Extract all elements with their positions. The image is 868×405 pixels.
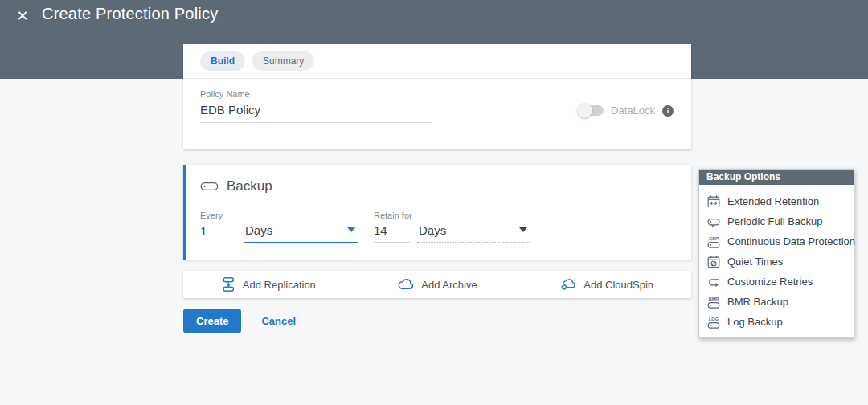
option-periodic-full-backup[interactable]: Periodic Full Backup <box>699 211 854 231</box>
backup-card: Backup Every Days Retain for Days <box>183 165 691 260</box>
cdp-icon: CDP <box>706 235 721 249</box>
replication-icon <box>220 276 236 292</box>
option-quiet-times[interactable]: Quiet Times <box>699 252 854 272</box>
cancel-button[interactable]: Cancel <box>261 315 296 327</box>
option-label: Log Backup <box>727 316 783 328</box>
quiet-times-icon <box>706 255 721 269</box>
datalock-toggle[interactable] <box>579 105 604 116</box>
tab-build[interactable]: Build <box>200 51 245 71</box>
policy-card: Build Summary Policy Name DataLock i <box>183 44 691 149</box>
add-archive-button[interactable]: Add Archive <box>353 271 522 298</box>
option-label: Customize Retries <box>727 276 813 288</box>
every-group: Every Days <box>200 211 358 243</box>
close-icon[interactable]: ✕ <box>13 6 32 26</box>
policy-name-section: Policy Name DataLock i <box>183 79 691 149</box>
chevron-down-icon <box>519 227 527 232</box>
cloudspin-icon <box>559 278 577 292</box>
backup-options-panel: Backup Options Extended Retention <box>698 169 854 338</box>
create-button[interactable]: Create <box>183 309 241 333</box>
option-label: Continuous Data Protection <box>727 235 855 248</box>
page-title: Create Protection Policy <box>42 5 218 23</box>
calendar-extend-icon <box>706 194 721 209</box>
option-bmr-backup[interactable]: BMR BMR Backup <box>699 292 854 312</box>
add-replication-label: Add Replication <box>243 279 316 291</box>
option-log-backup[interactable]: LOG Log Backup <box>699 312 854 332</box>
info-icon[interactable]: i <box>662 105 674 117</box>
retain-unit-value: Days <box>419 223 446 237</box>
backup-heading: Backup <box>186 165 691 194</box>
option-customize-retries[interactable]: Customize Retries <box>699 272 854 292</box>
full-backup-icon <box>706 215 721 229</box>
option-continuous-data-protection[interactable]: CDP Continuous Data Protection <box>699 231 854 252</box>
retain-unit-select[interactable]: Days <box>417 220 530 243</box>
datalock-group: DataLock i <box>579 104 674 117</box>
backup-options-title: Backup Options <box>699 170 854 185</box>
tab-summary[interactable]: Summary <box>252 51 314 71</box>
cloud-icon <box>397 278 415 291</box>
log-icon: LOG <box>706 315 721 329</box>
svg-text:LOG: LOG <box>709 317 719 321</box>
option-label: Extended Retention <box>727 195 819 207</box>
backup-fields: Every Days Retain for Days <box>186 211 691 243</box>
add-replication-button[interactable]: Add Replication <box>183 271 353 298</box>
every-unit-value: Days <box>245 223 272 237</box>
backup-options-list: Extended Retention Periodic Full Backup … <box>699 185 854 338</box>
every-value-input[interactable] <box>200 221 236 243</box>
create-protection-policy-dialog: ✕ Create Protection Policy Build Summary… <box>0 0 868 405</box>
retain-group: Retain for Days <box>374 211 530 243</box>
policy-name-input[interactable] <box>200 100 432 123</box>
add-archive-label: Add Archive <box>421 279 477 291</box>
backup-disk-icon <box>200 181 219 192</box>
every-unit-select[interactable]: Days <box>244 220 358 243</box>
tabs-row: Build Summary <box>183 44 691 79</box>
add-actions-row: Add Replication Add Archive Add CloudSpi… <box>183 271 691 298</box>
retain-value-input[interactable] <box>374 220 410 243</box>
add-cloudspin-label: Add CloudSpin <box>583 279 653 291</box>
svg-text:CDP: CDP <box>709 236 719 241</box>
dialog-actions: Create Cancel <box>183 309 296 333</box>
retry-arrow-icon <box>706 275 721 289</box>
policy-name-label: Policy Name <box>200 89 674 99</box>
option-label: Quiet Times <box>727 256 783 268</box>
retain-label: Retain for <box>374 211 530 220</box>
datalock-toggle-knob <box>577 103 592 118</box>
datalock-label: DataLock <box>611 104 655 117</box>
add-cloudspin-button[interactable]: Add CloudSpin <box>522 271 691 298</box>
chevron-down-icon <box>347 227 355 232</box>
option-label: Periodic Full Backup <box>727 215 823 227</box>
bmr-icon: BMR <box>706 295 721 309</box>
option-label: BMR Backup <box>727 296 788 308</box>
backup-title: Backup <box>227 178 272 194</box>
svg-text:BMR: BMR <box>709 297 719 301</box>
every-label: Every <box>200 211 358 220</box>
option-extended-retention[interactable]: Extended Retention <box>699 191 854 211</box>
